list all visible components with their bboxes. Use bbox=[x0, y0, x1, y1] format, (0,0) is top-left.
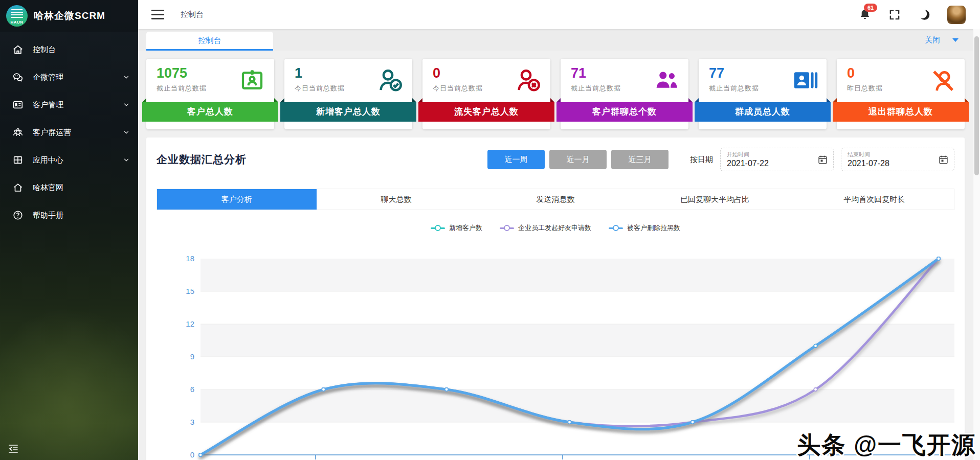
legend-label: 企业员工发起好友申请数 bbox=[518, 223, 591, 233]
sidebar-menu: 控制台 企微管理 客户管理 bbox=[0, 36, 138, 229]
legend-marker-icon bbox=[609, 227, 623, 229]
wechat-icon bbox=[12, 72, 24, 83]
sidebar-item-group-ops[interactable]: 客户群运营 bbox=[0, 119, 138, 146]
line-chart[interactable]: 0369121518 bbox=[157, 237, 954, 460]
range-month-button[interactable]: 近一月 bbox=[549, 150, 607, 169]
user-avatar[interactable] bbox=[947, 6, 966, 24]
user-slash-icon bbox=[929, 66, 956, 94]
stat-ribbon: 群成员总人数 bbox=[695, 102, 831, 122]
stat-ribbon: 客户总人数 bbox=[142, 102, 278, 122]
chevron-down-icon bbox=[123, 129, 130, 136]
legend-marker-icon bbox=[431, 227, 445, 229]
sidebar-item-official-site[interactable]: 哈林官网 bbox=[0, 174, 138, 201]
analysis-tab-strip: 客户分析 聊天总数 发送消息数 已回复聊天平均占比 平均首次回复时长 bbox=[157, 189, 954, 210]
notification-bell-icon[interactable]: 61 bbox=[858, 8, 872, 21]
date-mode-label: 按日期 bbox=[690, 155, 713, 165]
svg-text:6: 6 bbox=[190, 385, 194, 394]
sidebar-item-label: 控制台 bbox=[33, 45, 56, 55]
tab-customer-analysis[interactable]: 客户分析 bbox=[157, 189, 317, 210]
sidebar-item-console[interactable]: 控制台 bbox=[0, 36, 138, 63]
close-dropdown-caret-icon[interactable] bbox=[952, 38, 959, 42]
main-content: 1075 截止当前总数据 客户总人数 1 今日当前总数据 新增客户总人数 bbox=[138, 51, 973, 460]
user-check-icon bbox=[376, 66, 404, 94]
contact-card-icon bbox=[791, 66, 818, 94]
notification-count-badge: 61 bbox=[864, 4, 877, 12]
legend-item-deleted-blocked[interactable]: 被客户删除拉黑数 bbox=[609, 223, 680, 233]
dark-mode-moon-icon[interactable] bbox=[918, 8, 931, 21]
id-card-icon bbox=[12, 99, 24, 110]
sidebar-collapse-icon[interactable] bbox=[7, 443, 19, 455]
sidebar-item-label: 企微管理 bbox=[33, 73, 63, 82]
legend-item-friend-requests[interactable]: 企业员工发起好友申请数 bbox=[500, 223, 591, 233]
end-date-picker[interactable]: 结束时间 2021-07-28 bbox=[841, 148, 954, 171]
svg-text:0: 0 bbox=[190, 450, 194, 459]
scrollbar-thumb[interactable] bbox=[974, 36, 979, 175]
legend-marker-icon bbox=[500, 227, 514, 229]
close-tabs-button[interactable]: 关闭 bbox=[925, 35, 940, 45]
sidebar-item-label: 应用中心 bbox=[33, 155, 63, 165]
sidebar-item-wecom[interactable]: 企微管理 bbox=[0, 63, 138, 91]
svg-text:18: 18 bbox=[186, 254, 194, 263]
range-quarter-button[interactable]: 近三月 bbox=[611, 150, 669, 169]
chart-canvas: 0369121518 bbox=[157, 237, 954, 460]
start-date-label: 开始时间 bbox=[727, 151, 827, 158]
home-icon bbox=[12, 44, 24, 55]
legend-label: 被客户删除拉黑数 bbox=[627, 223, 680, 233]
sidebar-item-customers[interactable]: 客户管理 bbox=[0, 91, 138, 119]
stat-card-left-group[interactable]: 0 昨日总数据 退出群聊总人数 bbox=[837, 59, 965, 129]
topbar: 控制台 61 bbox=[138, 0, 980, 29]
app-window: HAUN 哈林企微SCRM 控制台 企微管理 bbox=[0, 0, 980, 460]
stat-ribbon: 退出群聊总人数 bbox=[833, 102, 969, 122]
page-tab-bar: 控制台 关闭 bbox=[138, 29, 973, 51]
page-scrollbar[interactable] bbox=[973, 29, 980, 460]
apps-icon bbox=[12, 154, 24, 166]
sidebar-item-label: 客户管理 bbox=[33, 100, 63, 110]
sidebar-item-app-center[interactable]: 应用中心 bbox=[0, 146, 138, 174]
help-icon bbox=[12, 210, 24, 221]
users-icon bbox=[653, 66, 680, 94]
end-date-value: 2021-07-28 bbox=[848, 159, 948, 168]
range-week-button[interactable]: 近一周 bbox=[487, 150, 545, 169]
calendar-icon bbox=[817, 154, 828, 165]
calendar-icon bbox=[938, 154, 949, 165]
tab-replied-ratio[interactable]: 已回复聊天平均占比 bbox=[635, 189, 795, 210]
sidebar-item-label: 帮助手册 bbox=[33, 211, 63, 220]
svg-text:3: 3 bbox=[190, 418, 194, 426]
tab-messages-sent[interactable]: 发送消息数 bbox=[476, 189, 635, 210]
stat-card-total-customers[interactable]: 1075 截止当前总数据 客户总人数 bbox=[146, 59, 274, 129]
sidebar: HAUN 哈林企微SCRM 控制台 企微管理 bbox=[0, 0, 138, 460]
sidebar-item-label: 客户群运营 bbox=[33, 128, 71, 137]
stat-card-group-chats[interactable]: 71 截止当前总数据 客户群聊总个数 bbox=[561, 59, 688, 129]
svg-text:12: 12 bbox=[186, 319, 194, 328]
stat-card-group-members[interactable]: 77 截止当前总数据 群成员总人数 bbox=[699, 59, 827, 129]
legend-item-new-customers[interactable]: 新增客户数 bbox=[431, 223, 482, 233]
menu-toggle-icon[interactable] bbox=[151, 10, 164, 19]
start-date-picker[interactable]: 开始时间 2021-07-22 bbox=[720, 148, 834, 171]
sidebar-item-label: 哈林官网 bbox=[33, 183, 63, 193]
svg-text:15: 15 bbox=[186, 287, 194, 295]
tab-first-reply-time[interactable]: 平均首次回复时长 bbox=[794, 189, 954, 210]
panel-title: 企业数据汇总分析 bbox=[157, 152, 247, 167]
app-logo-row: HAUN 哈林企微SCRM bbox=[0, 0, 138, 32]
watermark-text: 头条 @一飞开源 bbox=[797, 429, 976, 460]
stat-ribbon: 客户群聊总个数 bbox=[556, 102, 693, 122]
tab-chat-total[interactable]: 聊天总数 bbox=[317, 189, 476, 210]
app-logo: HAUN bbox=[6, 5, 28, 27]
sidebar-item-help[interactable]: 帮助手册 bbox=[0, 201, 138, 229]
group-icon bbox=[12, 127, 24, 138]
legend-label: 新增客户数 bbox=[449, 223, 482, 233]
analysis-header: 企业数据汇总分析 近一周 近一月 近三月 按日期 开始时间 2021-07-22… bbox=[157, 148, 954, 171]
chevron-down-icon bbox=[123, 101, 130, 108]
breadcrumb: 控制台 bbox=[181, 10, 204, 19]
range-buttons: 近一周 近一月 近三月 bbox=[487, 150, 669, 169]
start-date-value: 2021-07-22 bbox=[727, 159, 827, 168]
stat-ribbon: 流失客户总人数 bbox=[418, 102, 554, 122]
tab-console[interactable]: 控制台 bbox=[146, 32, 273, 51]
user-x-icon bbox=[515, 66, 542, 94]
site-icon bbox=[12, 182, 24, 193]
stat-card-new-customers[interactable]: 1 今日当前总数据 新增客户总人数 bbox=[284, 59, 412, 129]
stat-card-lost-customers[interactable]: 0 今日当前总数据 流失客户总人数 bbox=[422, 59, 550, 129]
stat-cards-row: 1075 截止当前总数据 客户总人数 1 今日当前总数据 新增客户总人数 bbox=[146, 59, 965, 129]
tab-close-controls: 关闭 bbox=[925, 35, 973, 45]
fullscreen-icon[interactable] bbox=[888, 8, 901, 21]
